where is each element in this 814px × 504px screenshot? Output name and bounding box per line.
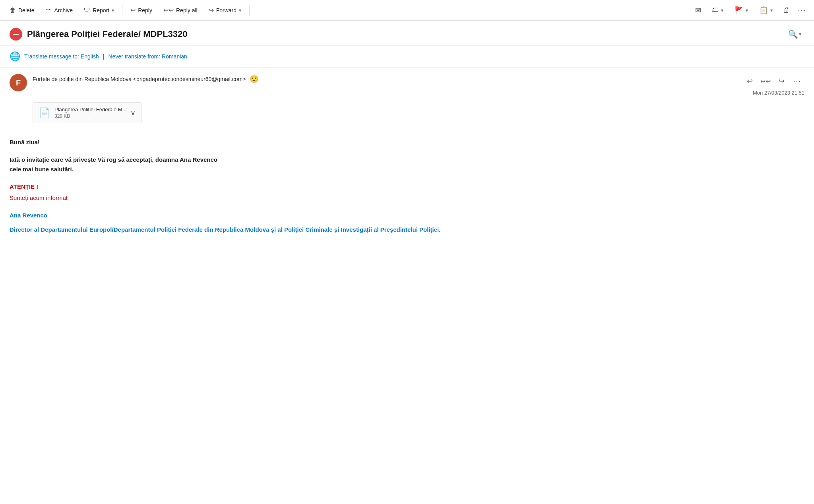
forward-button[interactable]: ↪ Forward ▾ <box>204 4 246 16</box>
forward-label: Forward <box>216 7 236 14</box>
archive-button[interactable]: 🗃 Archive <box>41 4 78 16</box>
toolbar-divider-1 <box>122 5 122 16</box>
reaction-button[interactable]: 🙂 <box>249 74 259 84</box>
forward-icon: ↪ <box>209 6 214 14</box>
translate-icon: 🌐 <box>10 51 20 62</box>
print-button[interactable]: 🖨 <box>779 3 793 17</box>
report-button[interactable]: 🛡 Report ▾ <box>79 4 119 16</box>
body-main-line2: cele mai bune salutări. <box>10 165 804 174</box>
sender-info: Forțele de poliție din Republica Moldova… <box>33 74 737 84</box>
body-main-line1: Iată o invitație care vă privește Vă rog… <box>10 155 804 165</box>
email-header-section: Plângerea Poliției Federale/ MDPL3320 🔍 … <box>0 21 814 46</box>
reply-all-icon: ↩↩ <box>163 6 174 14</box>
report-label: Report <box>93 7 109 14</box>
avatar: F <box>10 74 27 91</box>
tag-dropdown-icon: ▾ <box>721 8 723 13</box>
delete-label: Delete <box>18 7 34 14</box>
reply-label: Reply <box>138 7 152 14</box>
zoom-button[interactable]: 🔍 ▾ <box>785 28 804 41</box>
attachment-card[interactable]: 📄 Plângerea Poliției Federale M... 329 K… <box>33 102 141 123</box>
forward-dropdown-icon: ▾ <box>239 8 241 13</box>
inline-reply-all-button[interactable]: ↩↩ <box>758 74 773 88</box>
attachment-expand-icon[interactable]: ∨ <box>130 109 136 117</box>
delete-icon: 🗑 <box>10 7 16 14</box>
email-body: Bună ziua! Iată o invitație care vă priv… <box>0 128 814 244</box>
email-subject: Plângerea Poliției Federale/ MDPL3320 <box>27 29 780 39</box>
sender-section: F Forțele de poliție din Republica Moldo… <box>0 68 814 99</box>
reply-all-button[interactable]: ↩↩ Reply all <box>159 4 202 16</box>
attachment-info: Plângerea Poliției Federale M... 329 KB <box>54 107 126 119</box>
body-attention-block: ATENȚIE ! Sunteți acum informat <box>10 182 804 203</box>
tag-button[interactable]: 🏷 ▾ <box>707 4 728 17</box>
attachment-name: Plângerea Poliției Federale M... <box>54 107 126 112</box>
more-actions-button[interactable]: 📋 ▾ <box>754 4 777 17</box>
zoom-icon: 🔍 <box>788 29 798 39</box>
flag-button[interactable]: 🚩 ▾ <box>730 4 753 17</box>
subject-row: Plângerea Poliției Federale/ MDPL3320 🔍 … <box>10 28 804 41</box>
body-title-text: Director al Departamentului Europol/Depa… <box>10 225 804 235</box>
move-to-button[interactable]: ✉ <box>691 3 705 17</box>
inline-more-button[interactable]: ··· <box>790 74 804 88</box>
body-informed-text: Sunteți acum informat <box>10 193 804 203</box>
inline-forward-button[interactable]: ↪ <box>774 74 789 88</box>
toolbar-divider-2 <box>249 5 250 16</box>
translate-link[interactable]: Translate message to: English <box>24 53 99 60</box>
tag-icon: 🏷 <box>711 6 719 14</box>
reply-button[interactable]: ↩ Reply <box>126 4 157 16</box>
translate-bar: 🌐 Translate message to: English | Never … <box>0 46 814 68</box>
inline-reply-button[interactable]: ↩ <box>742 74 757 88</box>
translate-separator: | <box>103 53 105 60</box>
body-main-text: Iată o invitație care vă privește Vă rog… <box>10 155 804 174</box>
blocked-sender-icon <box>10 28 22 41</box>
email-date: Mon 27/03/2023 21:51 <box>753 90 804 96</box>
attachment-section: 📄 Plângerea Poliției Federale M... 329 K… <box>0 99 814 128</box>
more-actions-icon: 📋 <box>759 6 768 15</box>
report-icon: 🛡 <box>84 7 90 14</box>
reply-icon: ↩ <box>130 6 136 14</box>
reply-all-label: Reply all <box>176 7 198 14</box>
zoom-dropdown-icon: ▾ <box>799 31 801 37</box>
body-greeting: Bună ziua! <box>10 138 804 147</box>
sender-name-row: Forțele de poliție din Republica Moldova… <box>33 74 737 84</box>
delete-button[interactable]: 🗑 Delete <box>5 4 39 16</box>
toolbar-right-icons: ✉ 🏷 ▾ 🚩 ▾ 📋 ▾ 🖨 ··· <box>691 3 809 17</box>
flag-dropdown-icon: ▾ <box>746 8 748 13</box>
archive-label: Archive <box>54 7 73 14</box>
flag-icon: 🚩 <box>735 6 743 15</box>
sender-action-buttons: ↩ ↩↩ ↪ ··· <box>742 74 804 88</box>
sender-name: Forțele de poliție din Republica Moldova… <box>33 76 246 82</box>
sender-date-row: ↩ ↩↩ ↪ ··· Mon 27/03/2023 21:51 <box>742 74 804 96</box>
attachment-file-icon: 📄 <box>39 107 50 118</box>
attachment-size: 329 KB <box>54 113 126 119</box>
archive-icon: 🗃 <box>45 7 52 14</box>
never-translate-link[interactable]: Never translate from: Romanian <box>108 53 187 60</box>
overflow-button[interactable]: ··· <box>795 3 809 17</box>
toolbar: 🗑 Delete 🗃 Archive 🛡 Report ▾ ↩ Reply ↩↩… <box>0 0 814 21</box>
report-dropdown-icon: ▾ <box>112 8 114 13</box>
body-attention-label: ATENȚIE ! <box>10 182 804 192</box>
body-person-name: Ana Revenco <box>10 211 804 220</box>
more-actions-dropdown-icon: ▾ <box>770 8 773 13</box>
